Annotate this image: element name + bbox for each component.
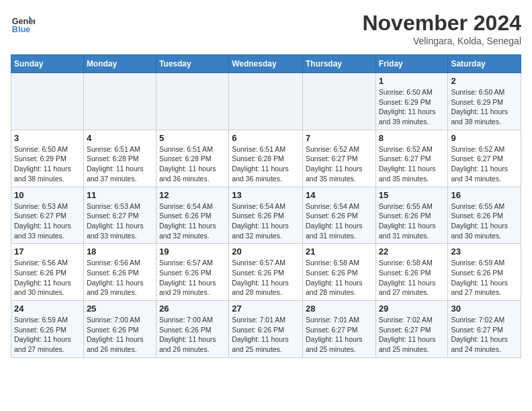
calendar-body: 1Sunrise: 6:50 AM Sunset: 6:29 PM Daylig… [11,73,521,358]
month-title: November 2024 [362,11,521,36]
calendar-cell: 22Sunrise: 6:58 AM Sunset: 6:26 PM Dayli… [375,244,448,301]
calendar-cell: 7Sunrise: 6:52 AM Sunset: 6:27 PM Daylig… [302,130,375,187]
calendar-cell: 16Sunrise: 6:55 AM Sunset: 6:26 PM Dayli… [448,187,521,244]
calendar-cell: 26Sunrise: 7:00 AM Sunset: 6:26 PM Dayli… [156,301,228,358]
calendar-cell: 25Sunrise: 7:00 AM Sunset: 6:26 PM Dayli… [83,301,156,358]
weekday-header-saturday: Saturday [448,55,521,73]
day-info: Sunrise: 6:58 AM Sunset: 6:26 PM Dayligh… [306,258,373,298]
day-number: 24 [14,304,81,314]
calendar-week-row: 3Sunrise: 6:50 AM Sunset: 6:29 PM Daylig… [11,130,521,187]
day-number: 23 [451,246,518,257]
day-info: Sunrise: 6:56 AM Sunset: 6:26 PM Dayligh… [87,258,153,298]
calendar-cell: 11Sunrise: 6:53 AM Sunset: 6:27 PM Dayli… [83,187,156,244]
header: General Blue November 2024 Velingara, Ko… [11,11,521,46]
day-number: 9 [451,133,518,143]
calendar-cell: 23Sunrise: 6:59 AM Sunset: 6:26 PM Dayli… [448,244,521,301]
day-info: Sunrise: 7:02 AM Sunset: 6:27 PM Dayligh… [451,315,518,355]
day-info: Sunrise: 6:53 AM Sunset: 6:27 PM Dayligh… [87,201,153,241]
calendar-cell: 14Sunrise: 6:54 AM Sunset: 6:26 PM Dayli… [302,187,375,244]
calendar-cell: 18Sunrise: 6:56 AM Sunset: 6:26 PM Dayli… [83,244,156,301]
weekday-header-sunday: Sunday [11,55,84,73]
day-info: Sunrise: 6:53 AM Sunset: 6:27 PM Dayligh… [14,201,81,241]
calendar-cell: 28Sunrise: 7:01 AM Sunset: 6:27 PM Dayli… [302,301,375,358]
weekday-header-monday: Monday [83,55,156,73]
day-info: Sunrise: 6:50 AM Sunset: 6:29 PM Dayligh… [379,87,445,127]
day-info: Sunrise: 6:50 AM Sunset: 6:29 PM Dayligh… [451,87,518,127]
day-number: 10 [14,190,81,200]
calendar-week-row: 1Sunrise: 6:50 AM Sunset: 6:29 PM Daylig… [11,73,521,130]
calendar-cell [302,73,375,130]
calendar-cell: 1Sunrise: 6:50 AM Sunset: 6:29 PM Daylig… [375,73,448,130]
day-info: Sunrise: 6:52 AM Sunset: 6:27 PM Dayligh… [306,144,373,184]
day-number: 26 [159,304,226,314]
day-info: Sunrise: 6:52 AM Sunset: 6:27 PM Dayligh… [379,144,445,184]
day-number: 5 [159,133,226,143]
day-info: Sunrise: 7:01 AM Sunset: 6:27 PM Dayligh… [306,315,373,355]
day-info: Sunrise: 6:55 AM Sunset: 6:26 PM Dayligh… [451,201,518,241]
calendar-cell: 24Sunrise: 6:59 AM Sunset: 6:26 PM Dayli… [11,301,84,358]
calendar-week-row: 17Sunrise: 6:56 AM Sunset: 6:26 PM Dayli… [11,244,521,301]
day-number: 2 [451,76,518,86]
day-info: Sunrise: 6:54 AM Sunset: 6:26 PM Dayligh… [306,201,373,241]
calendar-table: SundayMondayTuesdayWednesdayThursdayFrid… [11,54,521,358]
calendar-cell: 17Sunrise: 6:56 AM Sunset: 6:26 PM Dayli… [11,244,84,301]
day-info: Sunrise: 6:50 AM Sunset: 6:29 PM Dayligh… [14,144,81,184]
location-subtitle: Velingara, Kolda, Senegal [362,36,521,46]
day-info: Sunrise: 6:52 AM Sunset: 6:27 PM Dayligh… [451,144,518,184]
calendar-cell: 4Sunrise: 6:51 AM Sunset: 6:28 PM Daylig… [83,130,156,187]
calendar-cell [11,73,84,130]
day-info: Sunrise: 6:54 AM Sunset: 6:26 PM Dayligh… [232,201,300,241]
weekday-header-tuesday: Tuesday [156,55,228,73]
day-info: Sunrise: 7:01 AM Sunset: 6:26 PM Dayligh… [232,315,300,355]
weekday-header-friday: Friday [375,55,448,73]
calendar-cell: 21Sunrise: 6:58 AM Sunset: 6:26 PM Dayli… [302,244,375,301]
day-number: 22 [379,246,445,257]
calendar-cell [83,73,156,130]
day-number: 7 [306,133,373,143]
calendar-cell: 19Sunrise: 6:57 AM Sunset: 6:26 PM Dayli… [156,244,228,301]
logo-icon: General Blue [11,11,35,35]
calendar-cell: 20Sunrise: 6:57 AM Sunset: 6:26 PM Dayli… [229,244,303,301]
day-info: Sunrise: 6:51 AM Sunset: 6:28 PM Dayligh… [159,144,226,184]
day-number: 15 [379,190,445,200]
day-number: 29 [379,304,445,314]
day-number: 14 [306,190,373,200]
day-number: 12 [159,190,226,200]
calendar-week-row: 10Sunrise: 6:53 AM Sunset: 6:27 PM Dayli… [11,187,521,244]
day-info: Sunrise: 6:54 AM Sunset: 6:26 PM Dayligh… [159,201,226,241]
day-number: 3 [14,133,81,143]
day-number: 4 [87,133,153,143]
day-number: 1 [379,76,445,86]
day-info: Sunrise: 6:56 AM Sunset: 6:26 PM Dayligh… [14,258,81,298]
day-number: 21 [306,246,373,257]
calendar-cell: 8Sunrise: 6:52 AM Sunset: 6:27 PM Daylig… [375,130,448,187]
svg-text:Blue: Blue [12,25,30,34]
day-number: 8 [379,133,445,143]
day-number: 16 [451,190,518,200]
calendar-cell: 10Sunrise: 6:53 AM Sunset: 6:27 PM Dayli… [11,187,84,244]
day-number: 11 [87,190,153,200]
day-info: Sunrise: 6:51 AM Sunset: 6:28 PM Dayligh… [87,144,153,184]
day-number: 28 [306,304,373,314]
calendar-cell [156,73,228,130]
day-number: 17 [14,246,81,257]
calendar-cell: 29Sunrise: 7:02 AM Sunset: 6:27 PM Dayli… [375,301,448,358]
calendar-cell: 30Sunrise: 7:02 AM Sunset: 6:27 PM Dayli… [448,301,521,358]
calendar-cell: 15Sunrise: 6:55 AM Sunset: 6:26 PM Dayli… [375,187,448,244]
day-info: Sunrise: 7:00 AM Sunset: 6:26 PM Dayligh… [87,315,153,355]
day-info: Sunrise: 6:51 AM Sunset: 6:28 PM Dayligh… [232,144,300,184]
day-info: Sunrise: 6:59 AM Sunset: 6:26 PM Dayligh… [14,315,81,355]
day-info: Sunrise: 7:00 AM Sunset: 6:26 PM Dayligh… [159,315,226,355]
weekday-header-row: SundayMondayTuesdayWednesdayThursdayFrid… [11,55,521,73]
calendar-cell: 5Sunrise: 6:51 AM Sunset: 6:28 PM Daylig… [156,130,228,187]
day-info: Sunrise: 6:59 AM Sunset: 6:26 PM Dayligh… [451,258,518,298]
day-info: Sunrise: 6:57 AM Sunset: 6:26 PM Dayligh… [232,258,300,298]
calendar-cell [229,73,303,130]
day-number: 30 [451,304,518,314]
day-info: Sunrise: 6:58 AM Sunset: 6:26 PM Dayligh… [379,258,445,298]
day-number: 6 [232,133,300,143]
day-number: 13 [232,190,300,200]
weekday-header-thursday: Thursday [302,55,375,73]
day-number: 27 [232,304,300,314]
calendar-cell: 2Sunrise: 6:50 AM Sunset: 6:29 PM Daylig… [448,73,521,130]
